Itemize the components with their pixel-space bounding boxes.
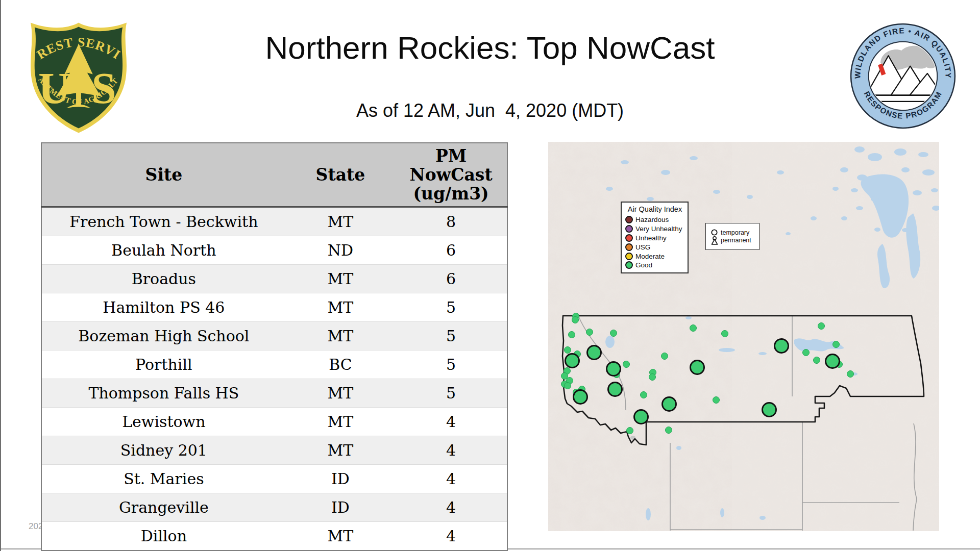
cell-state: MT — [286, 207, 396, 236]
column-header-state: State — [286, 143, 396, 207]
marker-legend: temporary permanent — [705, 223, 760, 250]
monitor-permanent-dot — [775, 339, 789, 353]
monitor-temporary-dot — [586, 329, 593, 336]
cell-pm: 5 — [395, 350, 507, 379]
aqi-color-dot-icon — [625, 225, 633, 233]
monitor-temporary-dot — [803, 349, 810, 356]
permanent-marker-icon — [710, 236, 719, 245]
monitor-temporary-dot — [713, 397, 720, 404]
table-body: French Town - BeckwithMT8Beulah NorthND6… — [41, 207, 507, 551]
cell-pm: 4 — [395, 436, 507, 465]
monitor-temporary-dot — [565, 347, 571, 354]
monitor-temporary-dot — [565, 383, 571, 389]
monitor-map: Air Quality Index HazardousVery Unhealth… — [548, 142, 939, 531]
aqi-legend-item: Moderate — [625, 252, 688, 261]
cell-site: Thompson Falls HS — [41, 379, 286, 408]
table-row: Hamilton PS 46MT5 — [41, 293, 507, 322]
table-row: PorthillBC5 — [41, 350, 507, 379]
cell-pm: 6 — [395, 265, 507, 293]
window-left-edge — [0, 0, 1, 551]
monitor-permanent-dot — [663, 397, 676, 411]
cell-site: Broadus — [41, 265, 286, 293]
cell-state: ND — [286, 236, 396, 265]
aqi-legend-items: HazardousVery UnhealthyUnhealthyUSGModer… — [625, 215, 688, 270]
monitor-temporary-dot — [649, 374, 656, 381]
aqi-legend-label: Very Unhealthy — [635, 225, 682, 233]
monitor-temporary-dot — [690, 325, 697, 332]
column-header-pm: PM NowCast (ug/m3) — [395, 143, 507, 207]
table-row: Bozeman High SchoolMT5 — [41, 322, 507, 350]
aqi-color-dot-icon — [625, 261, 633, 269]
nowcast-table: Site State PM NowCast (ug/m3) French Tow… — [41, 142, 508, 551]
monitor-permanent-dot — [574, 390, 587, 404]
cell-site: Hamilton PS 46 — [41, 293, 286, 322]
aqi-color-dot-icon — [625, 243, 633, 251]
monitor-permanent-dot — [608, 383, 622, 396]
aqi-legend-item: Good — [625, 261, 688, 270]
cell-state: BC — [286, 350, 396, 379]
monitor-temporary-dot — [561, 373, 568, 380]
cell-state: MT — [286, 293, 396, 322]
table-row: St. MariesID4 — [41, 465, 507, 493]
aqi-legend-label: Unhealthy — [635, 234, 667, 242]
cell-pm: 6 — [395, 236, 507, 265]
table-row: DillonMT4 — [41, 522, 507, 551]
monitor-temporary-dot — [569, 332, 575, 338]
table-header-row: Site State PM NowCast (ug/m3) — [41, 143, 507, 207]
aqi-legend-item: Unhealthy — [625, 234, 688, 243]
cell-state: MT — [286, 265, 396, 293]
monitor-temporary-dot — [722, 331, 728, 337]
aqi-legend: Air Quality Index HazardousVery Unhealth… — [621, 202, 689, 273]
cell-pm: 4 — [395, 408, 507, 436]
map-relief — [548, 142, 732, 531]
aqi-legend-label: Hazardous — [635, 216, 669, 223]
monitor-permanent-dot — [826, 355, 840, 368]
monitor-permanent-dot — [607, 362, 621, 376]
cell-state: MT — [286, 379, 396, 408]
monitor-temporary-dot — [666, 427, 672, 434]
table-row: GrangevilleID4 — [41, 493, 507, 522]
aqi-legend-item: Hazardous — [625, 215, 688, 224]
aqi-legend-title: Air Quality Index — [625, 205, 684, 213]
aqi-legend-label: Moderate — [635, 253, 665, 260]
aqi-legend-item: Very Unhealthy — [625, 224, 688, 234]
aqi-legend-item: USG — [625, 242, 688, 252]
table-row: Sidney 201MT4 — [41, 436, 507, 465]
monitor-permanent-dot — [634, 410, 648, 424]
cell-site: French Town - Beckwith — [41, 207, 286, 236]
map-base — [548, 142, 939, 531]
cell-site: Grangeville — [41, 493, 286, 522]
monitor-temporary-dot — [814, 357, 820, 364]
table-row: French Town - BeckwithMT8 — [41, 207, 507, 236]
slide: FOREST SERVICE U S DEPARTMENT OF AGRICUL… — [0, 0, 980, 551]
cell-pm: 5 — [395, 322, 507, 350]
cell-state: MT — [286, 522, 396, 551]
cell-site: Lewistown — [41, 408, 286, 436]
monitor-temporary-dot — [847, 371, 854, 378]
monitor-permanent-dot — [691, 361, 704, 374]
monitor-temporary-dot — [572, 317, 579, 323]
page-title: Northern Rockies: Top NowCast — [0, 30, 980, 66]
aqi-color-dot-icon — [625, 234, 633, 242]
monitor-permanent-dot — [566, 354, 579, 368]
page-subtitle: As of 12 AM, Jun 4, 2020 (MDT) — [0, 100, 980, 121]
monitor-permanent-dot — [763, 403, 776, 417]
cell-site: Beulah North — [41, 236, 286, 265]
monitor-temporary-dot — [641, 392, 647, 398]
wfaqrp-logo: WILDLAND FIRE • AIR QUALITY RESPONSE PRO… — [848, 21, 958, 131]
cell-pm: 5 — [395, 293, 507, 322]
cell-state: ID — [286, 493, 396, 522]
cell-pm: 4 — [395, 465, 507, 493]
aqi-color-dot-icon — [625, 253, 633, 260]
aqi-legend-label: USG — [635, 243, 650, 251]
cell-state: MT — [286, 408, 396, 436]
monitor-temporary-dot — [623, 361, 630, 368]
temporary-marker-icon — [710, 229, 718, 236]
cell-pm: 4 — [395, 522, 507, 551]
table-row: BroadusMT6 — [41, 265, 507, 293]
cell-site: Dillon — [41, 522, 286, 551]
temporary-label: temporary — [721, 229, 751, 237]
table-row: Beulah NorthND6 — [41, 236, 507, 265]
table-row: Thompson Falls HSMT5 — [41, 379, 507, 408]
column-header-site: Site — [41, 143, 286, 207]
